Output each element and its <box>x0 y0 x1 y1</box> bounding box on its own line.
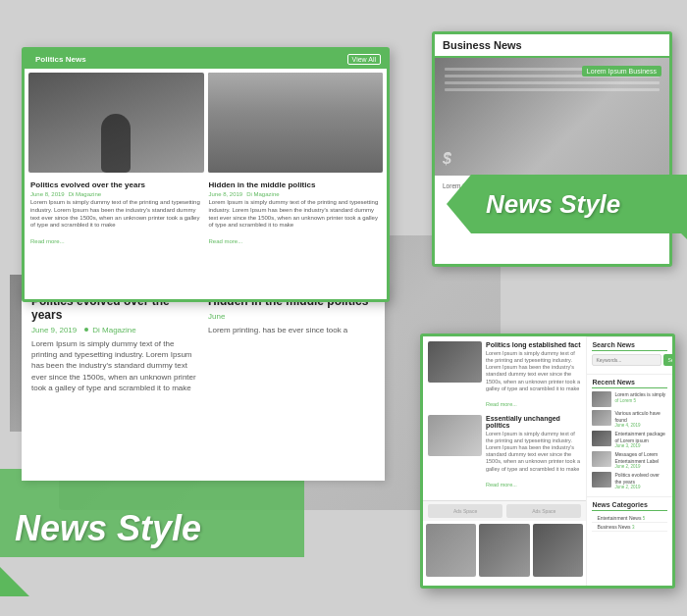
recent-text-content-1: Lorem articles is simply <box>614 391 665 398</box>
full-article-body-2: Lorem Ipsum is simply dummy text of the … <box>486 431 581 473</box>
full-article-title-2: Essentially unchanged politics <box>486 415 581 429</box>
expanded-article-1-meta: June 9, 2019 Di Magazine <box>31 326 198 334</box>
sidebar-categories-section: News Categories Entertainment News 5 Bus… <box>587 496 672 536</box>
article-2-body: Lorem Ipsum is simply dummy text of the … <box>209 199 382 230</box>
recent-item-5: Politics evolved over the years June 2, … <box>592 472 667 489</box>
sidebar-categories-title: News Categories <box>592 501 667 511</box>
full-article-text-2: Essentially unchanged politics Lorem Ips… <box>486 415 581 490</box>
svg-point-0 <box>84 328 88 332</box>
recent-date-3: June 3, 2019 <box>614 443 667 448</box>
recent-img-4 <box>592 451 611 467</box>
politics-news-card: Politics News View All Politics evolved … <box>22 47 390 302</box>
recent-item-3: Entertainment package of Lorem ipsum Jun… <box>592 431 667 448</box>
card-main-images <box>25 69 387 177</box>
full-card-articles: Politics long established fact Lorem Ips… <box>423 336 586 500</box>
recent-item-1: Lorem articles is simply of Lorem 5 <box>592 391 667 407</box>
recent-text-4: Messages of Lorem Entertainment Label Ju… <box>614 451 667 469</box>
business-label-overlay: Lorem Ipsum Business <box>582 66 661 77</box>
main-container: Politics News View All Politics evolved … <box>0 0 687 616</box>
line-3 <box>445 81 660 84</box>
article-image-1 <box>28 73 204 173</box>
recent-text-content-3: Entertainment package of Lorem ipsum <box>614 431 667 443</box>
recent-text-content-5: Politics evolved over the years <box>614 472 667 485</box>
line-4 <box>445 88 660 91</box>
expanded-articles-list: Politics evolved over the years June 9, … <box>22 284 385 403</box>
category-item-2: Business News 3 <box>592 523 667 532</box>
article-2-title: Hidden in the middle politics <box>209 180 382 189</box>
sidebar-recent-section: Recent News Lorem articles is simply of … <box>587 374 672 496</box>
recent-item-2: Various articulo have found June 4, 2019 <box>592 410 667 428</box>
full-read-more-1[interactable]: Read more... <box>486 401 517 407</box>
recent-date-4: June 2, 2019 <box>614 464 667 469</box>
sidebar-recent-title: Recent News <box>592 379 667 388</box>
expanded-article-2-body: Lorem printing. has be ever since took a <box>208 325 375 335</box>
bottom-img-3 <box>533 524 583 577</box>
full-card-main: Politics long established fact Lorem Ips… <box>423 336 587 586</box>
expanded-article-2-meta: June <box>208 312 375 321</box>
full-card-inner: Politics long established fact Lorem Ips… <box>423 336 672 586</box>
triangle-arrow-right <box>665 196 687 239</box>
user-icon <box>82 327 90 334</box>
politics-news-title: Politics News <box>30 53 91 66</box>
news-style-banner-text: News Style <box>486 189 620 220</box>
recent-date-2: June 4, 2019 <box>614 423 667 428</box>
article-2-date: June 8, 2019 <box>209 191 243 197</box>
bottom-images-row <box>423 521 586 580</box>
article-image-2 <box>208 73 384 173</box>
recent-date-1: of Lorem 5 <box>614 398 665 403</box>
banner-triangle-top <box>447 175 471 204</box>
article-1-read-more[interactable]: Read more... <box>30 238 65 244</box>
full-layout-card: Politics long established fact Lorem Ips… <box>420 334 675 589</box>
bottom-img-2 <box>479 524 529 577</box>
recent-img-2 <box>592 410 611 426</box>
bottom-img-1 <box>426 524 476 577</box>
dollar-text: $ <box>443 150 451 168</box>
recent-item-4: Messages of Lorem Entertainment Label Ju… <box>592 451 667 469</box>
banner-triangle-bottom <box>447 204 471 233</box>
recent-text-2: Various articulo have found June 4, 2019 <box>614 410 667 428</box>
article-1-body: Lorem Ipsum is simply dummy text of the … <box>30 199 203 230</box>
recent-text-3: Entertainment package of Lorem ipsum Jun… <box>614 431 667 448</box>
recent-text-5: Politics evolved over the years June 2, … <box>614 472 667 489</box>
sidebar-search-input[interactable] <box>592 354 661 366</box>
article-1-title: Politics evolved over the years <box>30 180 203 189</box>
expanded-article-1: Politics evolved over the years June 9, … <box>31 294 198 393</box>
article-2: Hidden in the middle politics June 8, 20… <box>209 180 382 247</box>
news-style-banner: News Style <box>471 175 687 233</box>
full-card-sidebar: Search News Search Recent News Lorem art… <box>587 336 672 586</box>
full-article-img-2 <box>428 415 482 456</box>
article-1-meta: June 8, 2019 Di Magazine <box>30 191 203 197</box>
recent-img-5 <box>592 472 611 488</box>
card-main-header: Politics News View All <box>25 50 387 69</box>
news-style-text-label: News Style <box>15 508 201 549</box>
full-article-row-2: Essentially unchanged politics Lorem Ips… <box>428 415 581 490</box>
article-2-meta: June 8, 2019 Di Magazine <box>209 191 382 197</box>
full-article-title-1: Politics long established fact <box>486 341 581 348</box>
recent-date-5: June 2, 2019 <box>614 485 667 489</box>
full-article-row-1: Politics long established fact Lorem Ips… <box>428 341 581 410</box>
full-read-more-2[interactable]: Read more... <box>486 482 517 488</box>
expanded-article-1-body: Lorem Ipsum is simply dummy text of the … <box>31 338 198 393</box>
recent-text-content-2: Various articulo have found <box>614 410 667 423</box>
recent-text-1: Lorem articles is simply of Lorem 5 <box>614 391 665 403</box>
expanded-article-2-date: June <box>208 312 225 321</box>
expanded-articles-card: Politics evolved over the years June 9, … <box>22 284 385 481</box>
full-article-body-1: Lorem Ipsum is simply dummy text of the … <box>486 350 581 392</box>
article-2-read-more[interactable]: Read more... <box>209 238 243 244</box>
expanded-article-1-date: June 9, 2019 <box>31 326 77 334</box>
article-2-author: Di Magazine <box>246 191 279 197</box>
expanded-article-2: Hidden in the middle politics June Lorem… <box>208 294 375 393</box>
view-all-button[interactable]: View All <box>347 54 381 65</box>
sidebar-search-button[interactable]: Search <box>663 354 672 366</box>
full-article-img-1 <box>428 341 482 383</box>
article-1-date: June 8, 2019 <box>30 191 65 197</box>
triangle-arrow-left <box>0 567 29 596</box>
ads-bar: Ads Space Ads Space <box>423 500 586 521</box>
card-main-articles: Politics evolved over the years June 8, … <box>25 177 387 251</box>
ads-box-1: Ads Space <box>428 504 502 518</box>
category-item-1: Entertainment News 5 <box>592 514 667 523</box>
sidebar-search-title: Search News <box>592 341 667 351</box>
person-silhouette <box>101 114 131 173</box>
recent-img-3 <box>592 431 611 446</box>
ads-box-2: Ads Space <box>506 504 581 518</box>
